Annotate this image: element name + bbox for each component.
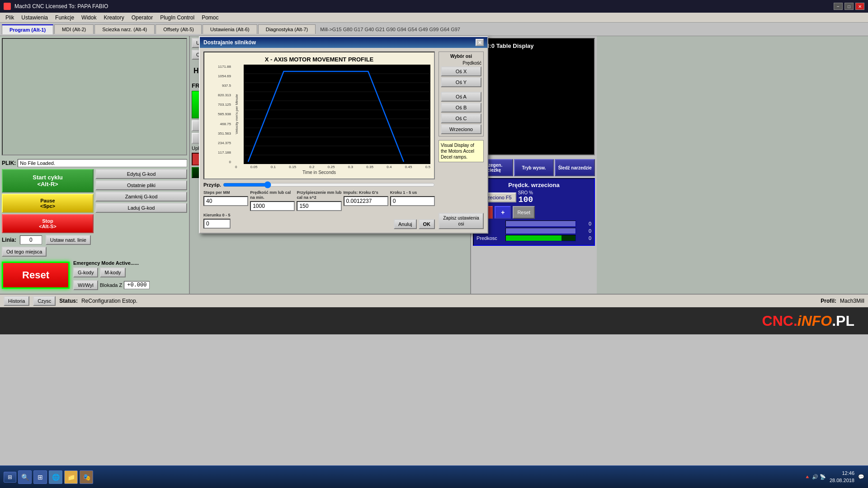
menu-kreatory[interactable]: Kreatory <box>100 14 127 22</box>
start-btn[interactable]: ⊞ <box>4 472 16 483</box>
menu-widok[interactable]: Widok <box>78 14 100 22</box>
steps-per-mm-label: Steps per MM <box>203 190 248 195</box>
os-c-btn[interactable]: Oś C <box>441 113 481 123</box>
maximize-btn[interactable]: □ <box>844 3 854 10</box>
ostatnie-pliki-btn[interactable]: Ostatnie pliki <box>95 180 187 190</box>
menu-funkcje[interactable]: Funkcje <box>52 14 78 22</box>
predkosc-param-input[interactable] <box>250 201 295 211</box>
kroku-param-input[interactable] <box>390 196 435 206</box>
stop-btn[interactable]: Stop <Alt-S> <box>2 214 94 233</box>
file-input[interactable]: No File Loaded. <box>18 159 187 167</box>
cnc-logo: CNC.iNFO.PL <box>762 313 854 329</box>
zapisz-btn[interactable]: Zapisz ustawienia osi <box>439 213 484 229</box>
chart-plot-area: 1171.88 1054.69 937.5 820.313 703.125 58… <box>208 65 430 164</box>
chart-container: X - AXIS MOTOR MOVEMENT PROFILE 1171.88 … <box>203 52 435 179</box>
axis-selection-panel: Wybór osi Prędkość Oś X Oś Y Oś A Oś B O… <box>439 52 484 229</box>
minimize-btn[interactable]: − <box>834 3 843 10</box>
tab-diagnostyka[interactable]: Diagnostyka (Alt-7) <box>258 24 316 34</box>
czysc-btn[interactable]: Czysc <box>33 296 56 306</box>
zamknij-gkod-btn[interactable]: Zamknij G-kod <box>95 192 187 202</box>
tab-ustawienia[interactable]: Ustawienia (Alt-6) <box>203 24 257 34</box>
spindle-reset-btn[interactable]: Reset <box>513 206 535 219</box>
taskbar-search[interactable]: 🔍 <box>18 470 32 484</box>
tab-program[interactable]: Program (Alt-1) <box>2 24 53 34</box>
taskbar-icon-4[interactable]: 🎭 <box>80 470 93 484</box>
title-bar: Mach3 CNC Licensed To: PAPA FABIO − □ ✕ <box>0 0 868 13</box>
menu-pomoc[interactable]: Pomoc <box>198 14 222 22</box>
os-x-btn[interactable]: Oś X <box>441 66 481 76</box>
spindle-title: Prędck. wrzeciona <box>476 182 591 188</box>
taskbar-icon-1[interactable]: ⊞ <box>33 470 47 484</box>
status-label: Status: <box>59 298 78 304</box>
rpm-bar <box>505 221 576 227</box>
info-text: iNFO <box>797 313 832 329</box>
tab-bar: Program (Alt-1) MDI (Alt-2) Sciezka narz… <box>0 23 868 36</box>
przysp-param-label: Przyśpieszenie mm lub cal na s^2 <box>297 190 341 200</box>
sledz-btn[interactable]: Śledź narzedzie <box>555 159 595 176</box>
wrzeciono-btn[interactable]: Wrzeciono <box>441 124 481 134</box>
reset-btn[interactable]: Reset <box>2 262 70 289</box>
modal-close-btn[interactable]: ✕ <box>476 39 484 46</box>
anuluj-btn[interactable]: Anuluj <box>394 219 417 229</box>
motor-profile-dialog[interactable]: Dostrajanie silników ✕ X - AXIS MOTOR MO… <box>199 36 488 234</box>
edytuj-gkod-btn[interactable]: Edytuj G-kod <box>95 169 187 179</box>
chart-area: X - AXIS MOTOR MOVEMENT PROFILE 1171.88 … <box>203 52 435 229</box>
kroku-param-label: Kroku 1 - 5 us <box>390 190 435 195</box>
status-bar: Historia Czysc Status: ReConfiguration E… <box>0 294 868 307</box>
mkody-btn[interactable]: M-kody <box>100 267 125 277</box>
przysp-param-input[interactable] <box>297 201 341 211</box>
nav-buttons: Przegen. ścieżkę Tryb wysw. Śledź narzed… <box>473 159 595 176</box>
menu-plugin[interactable]: PlugIn Control <box>156 14 198 22</box>
ok-btn[interactable]: OK <box>419 219 435 229</box>
rpm-value: 0 <box>578 221 591 226</box>
kierunku-input[interactable] <box>203 219 231 229</box>
tool-display: Tool:0 Table Display <box>473 38 595 155</box>
kroku-col: Kroku 1 - 5 us <box>390 190 435 211</box>
laduj-gkod-btn[interactable]: Laduj G-kod <box>95 203 187 213</box>
predkosc-axis-label: Prędkość <box>441 61 481 66</box>
gkody-btn[interactable]: G-kody <box>73 267 98 277</box>
status-value: ReConfiguration Estop. <box>81 298 817 304</box>
tab-offsety[interactable]: Offsety (Alt-5) <box>156 24 202 34</box>
close-btn[interactable]: ✕ <box>855 3 864 10</box>
slider-row: Przyśp. <box>203 181 435 188</box>
predkosc-param-label: Prędkość mm lub cal na min. <box>250 190 295 200</box>
historia-btn[interactable]: Historia <box>4 296 29 306</box>
os-b-btn[interactable]: Oś B <box>441 103 481 113</box>
profil-value: Mach3Mill <box>840 298 864 304</box>
przysp-col: Przyśpieszenie mm lub cal na s^2 <box>297 190 341 211</box>
taskbar-icon-3[interactable]: 📁 <box>64 470 78 484</box>
gcode-display: Mill->G15 G80 G17 G40 G21 G90 G94 G54 G4… <box>316 25 464 34</box>
od-tego-miejsca-btn[interactable]: Od tego miejsca <box>2 247 47 257</box>
steps-per-mm-input[interactable] <box>203 196 248 206</box>
menu-ustawienia[interactable]: Ustawienia <box>18 14 52 22</box>
cnc-dot: . <box>793 313 797 329</box>
linia-label: Linia: <box>2 237 16 243</box>
file-label: PLIK: <box>2 160 16 166</box>
taskbar-icon-2[interactable]: 🌐 <box>49 470 62 484</box>
ustaw-nast-linie-btn[interactable]: Ustaw nast. linie <box>46 235 91 245</box>
tab-sciezka[interactable]: Sciezka narz. (Alt-4) <box>94 24 155 34</box>
pause-btn[interactable]: Pause <Spc> <box>2 194 94 213</box>
slider-label: Przyśp. <box>203 182 221 188</box>
tryb-wysw-btn[interactable]: Tryb wysw. <box>514 159 554 176</box>
menu-operator[interactable]: Operator <box>128 14 156 22</box>
program-display <box>2 38 187 155</box>
start-cyklu-btn[interactable]: Start cyklu <Alt-R> <box>2 169 94 192</box>
impulsy-param-input[interactable] <box>344 196 388 206</box>
wybor-osi-label: Wybór osi <box>441 54 481 59</box>
left-panel: PLIK: No File Loaded. Start cyklu <Alt-R… <box>0 36 190 294</box>
spindle-predkosc-bar <box>505 235 576 241</box>
pl-text: .PL <box>832 313 854 329</box>
os-a-btn[interactable]: Oś A <box>441 92 481 102</box>
notification-icon[interactable]: 💬 <box>858 474 864 480</box>
impulsy-param-label: Impuls: Kroku G's <box>344 190 388 195</box>
blokada-row: WI/Wyl Blokada Z +0.000 <box>73 280 150 290</box>
przysp-slider[interactable] <box>223 181 435 188</box>
plus-btn[interactable]: + <box>495 206 511 219</box>
menu-plik[interactable]: Plik <box>2 14 18 22</box>
tab-mdi[interactable]: MDI (Alt-2) <box>54 24 94 34</box>
os-y-btn[interactable]: Oś Y <box>441 77 481 87</box>
wlwyl-btn[interactable]: WI/Wyl <box>73 280 98 290</box>
taskbar-sys: 🔺 🔊 📡 12:46 28.08.2018 💬 <box>804 470 864 484</box>
